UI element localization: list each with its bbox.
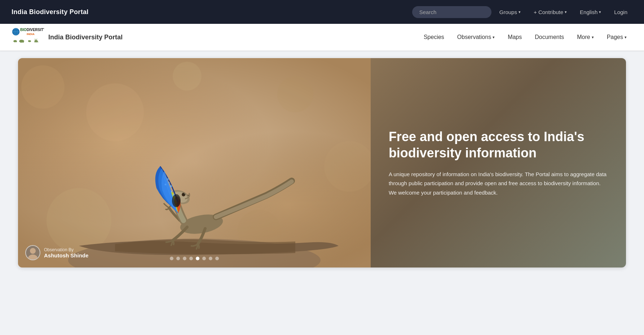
pages-chevron-icon: ▾ — [625, 35, 627, 40]
carousel-dot-5[interactable] — [196, 257, 199, 260]
svg-rect-13 — [20, 41, 21, 43]
svg-point-48 — [174, 196, 180, 206]
nav-more[interactable]: More ▾ — [571, 30, 599, 44]
nav-pages[interactable]: Pages ▾ — [601, 30, 632, 44]
top-bar-right: Groups ▾ + Contribute ▾ English ▾ Login — [412, 6, 632, 18]
svg-point-50 — [28, 254, 38, 260]
hero-image: Observation By Ashutosh Shinde — [18, 58, 371, 267]
svg-rect-14 — [22, 41, 22, 43]
groups-menu-button[interactable]: Groups ▾ — [494, 6, 526, 18]
carousel-dot-7[interactable] — [209, 257, 212, 260]
svg-point-49 — [30, 248, 36, 254]
search-input[interactable] — [412, 6, 491, 18]
carousel-dot-4[interactable] — [189, 257, 193, 260]
svg-point-25 — [21, 65, 65, 109]
carousel-dot-6[interactable] — [202, 257, 206, 260]
svg-text:INDIA: INDIA — [27, 32, 35, 36]
nav-documents[interactable]: Documents — [529, 30, 570, 44]
svg-rect-10 — [16, 41, 17, 42]
svg-point-26 — [86, 83, 144, 141]
svg-point-29 — [47, 188, 111, 253]
nav-observations[interactable]: Observations ▾ — [451, 30, 500, 44]
svg-point-39 — [188, 195, 189, 196]
carousel-dot-2[interactable] — [176, 257, 180, 260]
svg-point-45 — [171, 191, 172, 192]
svg-point-42 — [167, 178, 169, 180]
svg-rect-15 — [23, 41, 24, 43]
svg-text:BIO: BIO — [20, 28, 27, 32]
top-bar: India Biodiversity Portal Groups ▾ + Con… — [0, 0, 644, 24]
hero-observer: Observation By Ashutosh Shinde — [25, 245, 88, 260]
hero-section: Observation By Ashutosh Shinde Free and … — [18, 58, 626, 267]
carousel-dot-3[interactable] — [183, 257, 186, 260]
carousel-dot-1[interactable] — [170, 257, 173, 260]
logo-image: BIO DIVERSITY INDIA — [12, 27, 44, 47]
logo-text: India Biodiversity Portal — [48, 34, 123, 41]
contribute-chevron-icon: ▾ — [565, 10, 567, 14]
main-nav: BIO DIVERSITY INDIA — [0, 24, 644, 51]
svg-text:DIVERSITY: DIVERSITY — [27, 28, 44, 32]
svg-rect-18 — [35, 40, 36, 41]
svg-rect-20 — [36, 41, 37, 43]
svg-point-38 — [184, 193, 185, 194]
contribute-button[interactable]: + Contribute ▾ — [529, 6, 572, 18]
nav-maps[interactable]: Maps — [502, 30, 528, 44]
svg-rect-12 — [20, 40, 21, 41]
more-chevron-icon: ▾ — [592, 35, 594, 40]
hero-description: A unique repository of information on In… — [389, 170, 608, 197]
groups-chevron-icon: ▾ — [519, 10, 521, 14]
hero-title: Free and open access to India's biodiver… — [389, 129, 608, 161]
svg-point-41 — [170, 185, 172, 187]
observer-avatar — [25, 245, 40, 260]
observations-chevron-icon: ▾ — [493, 35, 495, 40]
login-button[interactable]: Login — [609, 6, 632, 18]
svg-point-44 — [164, 184, 166, 186]
main-nav-links: Species Observations ▾ Maps Documents Mo… — [418, 30, 632, 44]
hero-text-panel: Free and open access to India's biodiver… — [371, 58, 626, 267]
svg-point-27 — [277, 76, 313, 112]
svg-rect-19 — [35, 41, 35, 43]
carousel-dot-8[interactable] — [215, 257, 219, 260]
site-title-top: India Biodiversity Portal — [12, 8, 89, 16]
svg-rect-9 — [14, 41, 15, 42]
logo-area[interactable]: BIO DIVERSITY INDIA — [12, 27, 123, 47]
observer-info: Observation By Ashutosh Shinde — [44, 247, 88, 258]
svg-point-46 — [168, 182, 170, 183]
language-button[interactable]: English ▾ — [575, 6, 606, 18]
language-chevron-icon: ▾ — [599, 10, 601, 14]
svg-rect-21 — [38, 41, 38, 43]
svg-rect-8 — [14, 40, 16, 41]
nav-species[interactable]: Species — [418, 30, 450, 44]
svg-point-31 — [173, 62, 202, 91]
carousel-dots — [170, 257, 219, 260]
